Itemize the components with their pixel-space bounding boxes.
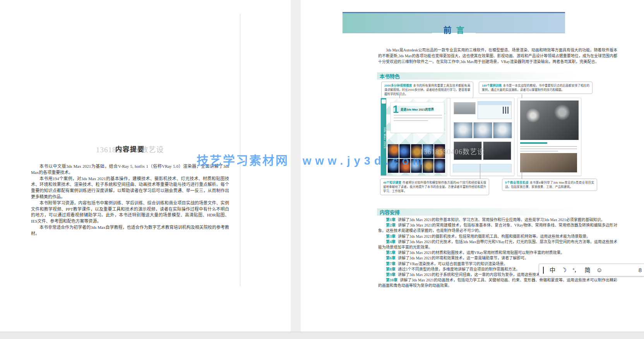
callout-line [480, 164, 480, 179]
chapter-label: 第9章 [386, 273, 396, 277]
ime-chinese-mode-button[interactable]: 中 [550, 267, 555, 273]
text-placeholder-line [394, 118, 442, 118]
preface-intro-paragraph: 3ds Max是Autodesk公司出品的一款专业且实用的三维软件，在模型塑造、… [378, 47, 617, 65]
chapter-number: 1 [393, 104, 399, 115]
chapter-item: 第1章讲解了3ds Max 2021的软件基本知识、学习方法、常用操作和行业应用… [378, 217, 617, 223]
left-paragraph: 本书用194个案例，对3ds Max 2021的基本操作，建模技术、摄影机技术、… [31, 176, 229, 200]
feature-box-title: 189个案例训练 [482, 84, 502, 87]
chapter-item: 第2章讲解了3ds Max 2021的常用建模技术，包括标准基本体、复合对象、V… [378, 223, 617, 233]
qr-code [503, 107, 510, 114]
ime-caret [543, 267, 544, 274]
chapter-label: 第3章 [386, 234, 396, 238]
chapter-list: 第1章讲解了3ds Max 2021的软件基本知识、学习方法、常用操作和行业应用… [378, 217, 617, 289]
ime-fullwidth-moon-icon[interactable]: ☽ [560, 266, 567, 274]
feature-box-cases: 189个案例训练本书是一本实战型的教程，书中重要知识点的后面都安排了相应的案例，… [479, 82, 593, 94]
chapter-item: 第5章讲解了3ds Max 2021的材质和贴图技术，运用VRay常用材质和常用… [378, 250, 617, 256]
viewport-screenshot [483, 141, 511, 160]
chapter-item: 第4章讲解了3ds Max 2021的灯光技术，包括3ds Max自带灯光和VR… [378, 239, 617, 250]
left-page-edge-line [240, 14, 240, 286]
text-placeholder-line [394, 120, 428, 121]
ime-more-icon[interactable]: 8 [639, 267, 642, 273]
callout-line [522, 156, 522, 179]
sofa-render [520, 153, 577, 172]
ime-punctuation-icon[interactable]: °， [572, 267, 579, 273]
ime-simplified-button[interactable]: 简 [585, 267, 591, 273]
ime-toolbar[interactable]: 中 ☽ °， 简 ☺ 8 [539, 264, 644, 276]
thumb1-logo [382, 99, 386, 104]
chapter-item: 第3章讲解了3ds Max 2021的摄影机技术，包括常用的摄影机工具、构图和摄… [378, 234, 617, 239]
caption-bar [520, 142, 547, 144]
pdf-viewer-screen: 13618550406数艺设 内容提要 本书以中文版3ds Max 2021为基… [0, 0, 644, 339]
book-page-thumbnail-3 [517, 98, 581, 176]
preface-title-char2: 言 [456, 24, 464, 35]
chapter-item: 第6章讲解了3ds Max 2021的环境和效果技术，这一章是辅助章节，读者了解… [378, 256, 617, 261]
chapter-text: 讲解了3ds Max 2021的灯光技术，包括3ds Max自带灯光和VRay灯… [378, 240, 617, 249]
chapter-title: 走进3ds Max 2021的世界 [393, 106, 442, 112]
feature-box-title: 2000多分钟视频播放 [384, 84, 412, 87]
chapter-text: 讲解了VRay渲染技术，可以结合前面章节学习的知识渲染场景。 [398, 262, 507, 266]
feature-box-title: 46个知识课堂 [383, 181, 401, 184]
ui-panel-screenshot [453, 164, 512, 172]
text-placeholder-line [520, 151, 558, 152]
feature-box-video: 2000多分钟视频播放本书的所有案例和重要工具及技术都配有高清讲解视频，时长20… [381, 82, 473, 98]
chapter-text: 通过5个不同类型的场景，多维度地讲解了商业项目的制作思路和方法。 [398, 267, 520, 271]
dialog-titlebar [478, 102, 511, 105]
left-paragraph: 本书附带学习资源，内容包括书中案例训练、学后训练、综合训练和商业项目实战的场景文… [31, 200, 229, 225]
arrangement-section-header: 内容安排 [377, 208, 585, 216]
chapter-text: 讲解了3ds Max 2021的常用建模技术，包括标准基本体、复合对象、VRay… [378, 223, 617, 233]
ui-screenshot [454, 102, 476, 114]
feature-box-title: 5个商业项目实战 [505, 181, 529, 184]
phone-watermark-right: 13618550406数艺设 [420, 146, 485, 156]
preface-title-char1: 前 [444, 24, 452, 35]
ime-emoji-icon[interactable]: ☺ [596, 267, 603, 273]
chapter-label: 第4章 [386, 240, 396, 244]
left-page-body: 本书以中文版3ds Max 2021为基础，结合V-Ray 5, hotfix … [31, 164, 229, 237]
chapter-label: 第7章 [386, 262, 396, 266]
preface-title: 前 言 [444, 24, 464, 35]
living-room-render [520, 101, 579, 140]
chapter-text: 讲解了3ds Max 2021的材质和贴图技术，运用VRay常用材质和常用贴图可… [398, 250, 565, 255]
chapter-title-card: 1 走进3ds Max 2021的世界 [391, 102, 444, 133]
text-placeholder-line [394, 115, 442, 116]
render-sample [473, 122, 492, 138]
chapter-text: 讲解了3ds Max 2021的环境和效果技术，这一章是辅助章节，读者了解即可。 [398, 256, 528, 260]
site-watermark: 技艺学习素材网 www.jy3d.com [197, 151, 426, 168]
chapter-text: 讲解了3ds Max 2021的软件基本知识、学习方法、常用操作和行业应用等。这… [398, 218, 605, 222]
callout-line [399, 94, 400, 98]
feature-box-knowledge: 46个知识课堂作者将针对软件操作和模型制作各方面的46个技巧和经验毫无保留地奉献… [380, 179, 489, 195]
feature-box-projects: 5个商业项目实战本书第8章列举了3ds Max常见的5类商业项目实战，包括家装日… [502, 179, 597, 191]
chapter-label: 第10章 [386, 278, 397, 282]
render-sample [454, 122, 473, 138]
site-watermark-url: www.jy3d.com [303, 155, 426, 167]
text-placeholder-line [520, 148, 577, 149]
book-page-thumbnail-2 [450, 98, 514, 176]
chapter-label: 第5章 [386, 250, 396, 255]
chapter-text: 讲解了3ds Max 2021的动画技术，包括动力学工具、关键帧动画、约束、变形… [378, 278, 617, 288]
viewer-bottom-strip [0, 332, 644, 339]
features-section-header: 本书特色 [377, 72, 585, 80]
chapter-label: 第8章 [386, 267, 396, 271]
chapter-label: 第2章 [386, 223, 396, 227]
chapter-label: 第1章 [386, 218, 396, 222]
preface-banner: 前 言 [343, 12, 565, 33]
site-watermark-name: 技艺学习素材网 [197, 151, 289, 168]
text-placeholder-line [520, 146, 577, 147]
left-paragraph: 本书非常适合作为初学者的3ds Max自学教程，也适合作为数字艺术教育培训机构及… [31, 225, 229, 237]
chapter-text: 讲解了3ds Max 2021的摄影机技术，包括常用的摄影机工具、构图和摄影机特… [398, 234, 590, 238]
chapter-item: 第10章讲解了3ds Max 2021的动画技术，包括动力学工具、关键帧动画、约… [378, 278, 617, 288]
ui-dialog-screenshot [478, 101, 512, 119]
callout-line [522, 94, 522, 98]
chapter-label: 第6章 [386, 256, 396, 260]
render-sample [493, 122, 512, 138]
